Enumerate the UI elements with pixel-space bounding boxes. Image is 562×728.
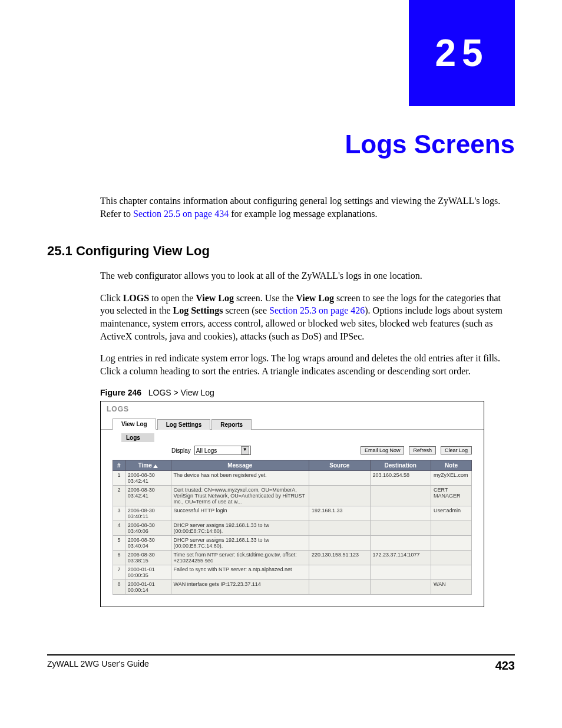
cell-src (309, 521, 370, 536)
cell-time: 2006-08-30 03:38:15 (125, 551, 171, 565)
tab-view-log[interactable]: View Log (113, 419, 156, 430)
cell-msg: DHCP server assigns 192.168.1.33 to tw (… (171, 521, 309, 536)
cell-dst: 203.160.254.58 (370, 471, 431, 486)
p2-bold-viewlog1: View Log (196, 293, 234, 303)
logs-window-title: LOGS (101, 401, 484, 414)
section-heading: 25.1 Configuring View Log (47, 243, 515, 259)
cell-src: 220.130.158.51:123 (309, 551, 370, 565)
cell-n: 1 (113, 471, 125, 486)
cell-time: 2006-08-30 03:42:41 (125, 471, 171, 486)
cell-note (431, 565, 472, 580)
p2-txt: screen (see (223, 305, 269, 315)
p2-txt: screen. Use the (234, 293, 296, 303)
table-row: 82000-01-01 00:00:14WAN interface gets I… (113, 580, 472, 595)
cell-n: 3 (113, 506, 125, 521)
cell-note (431, 521, 472, 536)
cell-msg: Time set from NTP server: tick.stdtime.g… (171, 551, 309, 565)
col-header-source[interactable]: Source (309, 460, 370, 471)
cell-msg: WAN interface gets IP:172.23.37.114 (171, 580, 309, 595)
log-table: # Time Message Source Destination Note 1… (113, 460, 472, 595)
p2-link[interactable]: Section 25.3 on page 426 (269, 305, 365, 315)
cell-time: 2006-08-30 03:40:06 (125, 521, 171, 536)
col-header-num[interactable]: # (113, 460, 125, 471)
footer-page-number: 423 (495, 659, 515, 673)
cell-dst (370, 486, 431, 506)
cell-src (309, 580, 370, 595)
cell-time: 2000-01-01 00:00:35 (125, 565, 171, 580)
cell-dst (370, 536, 431, 551)
table-row: 32006-08-30 03:40:11Successful HTTP logi… (113, 506, 472, 521)
p2-txt: Click (100, 293, 123, 303)
table-row: 62006-08-30 03:38:15Time set from NTP se… (113, 551, 472, 565)
cell-time: 2006-08-30 03:40:11 (125, 506, 171, 521)
cell-src: 192.168.1.33 (309, 506, 370, 521)
cell-n: 7 (113, 565, 125, 580)
p2-txt: to open the (149, 293, 196, 303)
tabs-row: View Log Log Settings Reports (101, 418, 484, 430)
cell-n: 4 (113, 521, 125, 536)
email-log-now-button[interactable]: Email Log Now (361, 446, 405, 454)
cell-dst (370, 506, 431, 521)
cell-src (309, 565, 370, 580)
figure-label: Figure 246 (100, 388, 141, 397)
cell-time: 2000-01-01 00:00:14 (125, 580, 171, 595)
col-header-time[interactable]: Time (125, 460, 171, 471)
cell-n: 5 (113, 536, 125, 551)
cell-n: 6 (113, 551, 125, 565)
col-header-message[interactable]: Message (171, 460, 309, 471)
section-p1: The web configurator allows you to look … (100, 269, 515, 282)
tab-reports[interactable]: Reports (211, 419, 252, 430)
display-dropdown[interactable]: All Logs ▼ (194, 446, 251, 455)
cell-dst (370, 521, 431, 536)
screenshot-figure: LOGS View Log Log Settings Reports Logs … (100, 401, 484, 607)
display-value: All Logs (196, 447, 217, 454)
cell-n: 2 (113, 486, 125, 506)
cell-time: 2006-08-30 03:42:41 (125, 486, 171, 506)
chapter-number-block: 25 (409, 0, 515, 106)
table-row: 72000-01-01 00:00:35Failed to sync with … (113, 565, 472, 580)
table-row: 22006-08-30 03:42:41Cert trusted: CN=www… (113, 486, 472, 506)
cell-n: 8 (113, 580, 125, 595)
cell-msg: Successful HTTP login (171, 506, 309, 521)
p2-bold-logs: LOGS (123, 293, 149, 303)
chevron-down-icon: ▼ (241, 446, 249, 454)
figure-caption-text: LOGS > View Log (148, 388, 214, 397)
cell-note: User:admin (431, 506, 472, 521)
cell-note: myZyXEL.com (431, 471, 472, 486)
controls-row: Display All Logs ▼ Email Log Now Refresh… (101, 446, 484, 460)
table-row: 42006-08-30 03:40:06DHCP server assigns … (113, 521, 472, 536)
table-row: 12006-08-30 03:42:41The device has not b… (113, 471, 472, 486)
col-header-destination[interactable]: Destination (370, 460, 431, 471)
section-p2: Click LOGS to open the View Log screen. … (100, 292, 515, 342)
clear-log-button[interactable]: Clear Log (441, 446, 472, 454)
chapter-number: 25 (435, 31, 488, 75)
col-header-time-text: Time (138, 462, 152, 469)
col-header-note[interactable]: Note (431, 460, 472, 471)
cell-note (431, 551, 472, 565)
cell-msg: Failed to sync with NTP server: a.ntp.al… (171, 565, 309, 580)
cell-note: WAN (431, 580, 472, 595)
cell-dst (370, 580, 431, 595)
cell-src (309, 471, 370, 486)
cell-msg: DHCP server assigns 192.168.1.33 to tw (… (171, 536, 309, 551)
section-p3: Log entries in red indicate system error… (100, 352, 515, 377)
cell-dst: 172.23.37.114:1077 (370, 551, 431, 565)
cell-time: 2006-08-30 03:40:04 (125, 536, 171, 551)
refresh-button[interactable]: Refresh (409, 446, 436, 454)
logs-subheader: Logs (121, 433, 154, 442)
cell-dst (370, 565, 431, 580)
cell-src (309, 486, 370, 506)
footer-guide-name: ZyWALL 2WG User's Guide (47, 659, 149, 673)
figure-caption: Figure 246 LOGS > View Log (100, 388, 515, 397)
intro-paragraph: This chapter contains information about … (100, 195, 515, 220)
table-row: 52006-08-30 03:40:04DHCP server assigns … (113, 536, 472, 551)
p2-bold-logsettings: Log Settings (173, 305, 223, 315)
cell-msg: Cert trusted: CN=www.myzyxel.com, OU=Mem… (171, 486, 309, 506)
page-footer: ZyWALL 2WG User's Guide 423 (47, 654, 515, 673)
tab-log-settings[interactable]: Log Settings (157, 419, 211, 430)
cell-note (431, 536, 472, 551)
intro-link[interactable]: Section 25.5 on page 434 (133, 209, 229, 219)
cell-msg: The device has not been registered yet. (171, 471, 309, 486)
sort-ascending-icon (153, 465, 158, 468)
cell-src (309, 536, 370, 551)
